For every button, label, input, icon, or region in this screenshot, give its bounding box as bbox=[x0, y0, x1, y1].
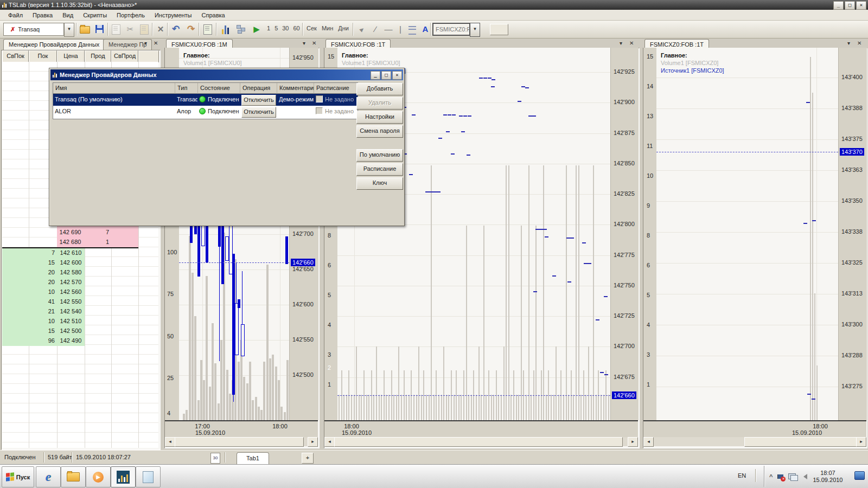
scroll-thumb[interactable] bbox=[334, 437, 623, 447]
bid-row[interactable]: 15142 500 bbox=[2, 326, 85, 336]
chart2-menu-icon[interactable]: ▾ bbox=[620, 40, 624, 46]
show-desktop-icon[interactable] bbox=[854, 471, 865, 480]
interval-button-5[interactable]: 5 bbox=[275, 25, 278, 31]
interval-button-30[interactable]: 30 bbox=[282, 25, 289, 31]
unit-button-Мин[interactable]: Мин bbox=[322, 25, 333, 31]
dialog-button-Смена пароля[interactable]: Смена пароля bbox=[356, 125, 403, 138]
dialog-close-icon[interactable]: ✕ bbox=[392, 71, 402, 80]
orderbook-column-Прод[interactable]: Прод bbox=[85, 50, 111, 62]
chart3-close-icon[interactable]: ✕ bbox=[857, 40, 864, 46]
provider-table[interactable]: ИмяТипСостояниеОперацияКомментарийРаспис… bbox=[53, 82, 358, 119]
start-button[interactable]: Пуск bbox=[2, 466, 34, 487]
provider-column-Имя[interactable]: Имя bbox=[53, 83, 175, 94]
bid-row[interactable]: 20142 580 bbox=[2, 268, 85, 278]
blank-button[interactable] bbox=[490, 24, 508, 35]
provider-row-Transaq (По умолчанию)[interactable]: Transaq (По умолчанию)TransaqПодключенОт… bbox=[53, 94, 358, 106]
scroll-right-icon[interactable]: ▸ bbox=[628, 437, 638, 447]
orderbook-column-Цена[interactable]: Цена bbox=[57, 50, 85, 62]
bid-row[interactable]: 15142 600 bbox=[2, 258, 85, 268]
tslab-taskbar-button[interactable] bbox=[111, 466, 136, 487]
pointer-icon[interactable]: ► bbox=[353, 20, 371, 38]
minimize-icon[interactable]: _ bbox=[833, 1, 844, 10]
chart1-scrollbar[interactable]: ◂ ▸ bbox=[165, 437, 318, 446]
unit-button-Дни[interactable]: Дни bbox=[338, 25, 349, 31]
bid-row[interactable]: 10142 560 bbox=[2, 287, 85, 297]
maximize-icon[interactable]: □ bbox=[845, 1, 855, 10]
menu-item-Вид[interactable]: Вид bbox=[58, 11, 78, 20]
bid-row[interactable]: 41142 550 bbox=[2, 297, 85, 307]
media-player-taskbar-button[interactable]: ▶ bbox=[86, 466, 111, 487]
chart3-plot[interactable]: Главное:Volume1 [FSMICXZ0]Источник1 [FSM… bbox=[656, 48, 838, 420]
provider-column-Расписание[interactable]: Расписание bbox=[314, 83, 358, 94]
dialog-button-Ключ[interactable]: Ключ bbox=[356, 177, 403, 190]
bid-row[interactable]: 20142 570 bbox=[2, 278, 85, 287]
scroll-right-icon[interactable]: ▸ bbox=[856, 437, 866, 447]
language-indicator[interactable]: EN bbox=[738, 472, 746, 479]
open-folder-icon[interactable] bbox=[78, 23, 91, 36]
hline-icon[interactable]: — bbox=[382, 23, 395, 36]
bid-row[interactable]: 7142 610 bbox=[2, 248, 85, 258]
dialog-button-Расписание[interactable]: Расписание bbox=[356, 163, 403, 176]
orderbook-column-СвПок[interactable]: СвПок bbox=[2, 50, 29, 62]
menu-item-Правка[interactable]: Правка bbox=[28, 11, 58, 20]
schedule-checkbox[interactable] bbox=[316, 95, 323, 102]
interval-30-icon[interactable]: 30 bbox=[210, 453, 220, 464]
menu-item-Скрипты[interactable]: Скрипты bbox=[78, 11, 112, 20]
menu-item-Портфель[interactable]: Портфель bbox=[112, 11, 150, 20]
scroll-left-icon[interactable]: ◂ bbox=[643, 437, 654, 447]
chart2-close-icon[interactable]: ✕ bbox=[629, 40, 636, 46]
redo-icon[interactable]: ↷ bbox=[184, 23, 197, 36]
provider-column-Состояние[interactable]: Состояние bbox=[198, 83, 240, 94]
disconnect-button[interactable]: Отключить bbox=[241, 107, 276, 118]
provider-row-ALOR[interactable]: ALORАлорПодключенОтключитьНе задано bbox=[53, 106, 358, 118]
copy-icon[interactable] bbox=[110, 23, 123, 36]
scroll-left-icon[interactable]: ◂ bbox=[324, 437, 335, 447]
orderbook-column-СвПрод[interactable]: СвПрод bbox=[111, 50, 138, 62]
instrument-combo-arrow-icon[interactable]: ▼ bbox=[470, 23, 480, 37]
add-workspace-tab-button[interactable]: + bbox=[302, 453, 314, 464]
bid-row[interactable]: 96142 490 bbox=[2, 336, 85, 346]
menu-item-Файл[interactable]: Файл bbox=[3, 11, 28, 20]
close-icon[interactable]: ✕ bbox=[856, 1, 866, 10]
run-icon[interactable]: ▶ bbox=[250, 23, 263, 36]
dialog-title-bar[interactable]: Менеджер Провайдеров Данных _ □ ✕ bbox=[50, 69, 403, 80]
save-icon[interactable] bbox=[93, 23, 106, 36]
ask-row[interactable]: 142 6801 bbox=[57, 237, 138, 247]
trendline-icon[interactable]: ∕ bbox=[369, 23, 382, 36]
undo-icon[interactable]: ↶ bbox=[169, 23, 182, 36]
dialog-button-Добавить[interactable]: Добавить bbox=[356, 83, 403, 95]
ie-taskbar-button[interactable]: e bbox=[36, 466, 61, 487]
chart2-scrollbar[interactable]: ◂ ▸ bbox=[324, 437, 638, 446]
provider-combo-arrow-icon[interactable]: ▼ bbox=[64, 23, 74, 37]
interval-button-60[interactable]: 60 bbox=[293, 25, 300, 31]
provider-column-Комментарий[interactable]: Комментарий bbox=[277, 83, 314, 94]
vline-icon[interactable]: | bbox=[394, 23, 407, 36]
network-icon[interactable] bbox=[788, 473, 796, 479]
chart1-close-icon[interactable]: ✕ bbox=[312, 40, 318, 46]
speaker-icon[interactable] bbox=[801, 474, 807, 479]
scroll-left-icon[interactable]: ◂ bbox=[165, 437, 175, 447]
chart-icon[interactable] bbox=[219, 23, 232, 36]
explorer-taskbar-button[interactable] bbox=[61, 466, 86, 487]
bid-row[interactable]: 21142 540 bbox=[2, 307, 85, 317]
scroll-right-icon[interactable]: ▸ bbox=[308, 437, 318, 447]
instrument-combo[interactable]: FSMICXZ0:FOB bbox=[432, 23, 470, 36]
menu-item-Справка[interactable]: Справка bbox=[197, 11, 230, 20]
watermark-icon[interactable] bbox=[406, 23, 419, 36]
workspace-tab-1[interactable]: Tab1 bbox=[237, 452, 269, 465]
paste-icon[interactable] bbox=[138, 23, 151, 36]
unit-button-Сек[interactable]: Сек bbox=[307, 25, 317, 31]
interval-button-1[interactable]: 1 bbox=[267, 25, 270, 31]
disconnect-button[interactable]: Отключить bbox=[241, 95, 276, 106]
layout-icon[interactable] bbox=[234, 23, 247, 36]
provider-column-Тип[interactable]: Тип bbox=[175, 83, 198, 94]
chevron-icon[interactable]: ^ bbox=[769, 473, 773, 480]
dialog-minimize-icon[interactable]: _ bbox=[371, 71, 380, 80]
provider-column-Операция[interactable]: Операция bbox=[240, 83, 277, 94]
dialog-maximize-icon[interactable]: □ bbox=[381, 71, 391, 80]
chart1-menu-icon[interactable]: ▾ bbox=[303, 40, 308, 46]
data-provider-manager-dialog[interactable]: Менеджер Провайдеров Данных _ □ ✕ ИмяТип… bbox=[49, 68, 405, 226]
error-flag-icon[interactable] bbox=[777, 474, 783, 479]
dialog-button-Настройки[interactable]: Настройки bbox=[356, 111, 403, 124]
chart3-menu-icon[interactable]: ▾ bbox=[847, 40, 852, 46]
